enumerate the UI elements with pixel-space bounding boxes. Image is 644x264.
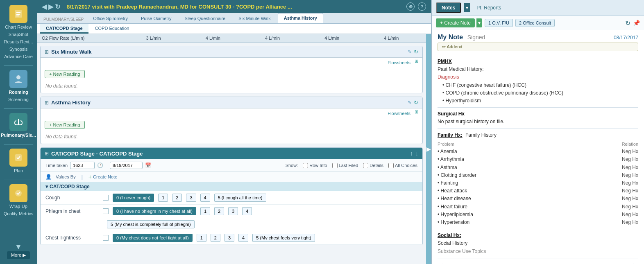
tab-six-minute-walk[interactable]: Six Minute Walk [232, 14, 277, 23]
results-label[interactable]: Results Revi... [4, 39, 33, 44]
refresh-icon-smw[interactable]: ↻ [414, 49, 418, 55]
note-type-1[interactable]: 1 O.V. F/U [485, 19, 513, 27]
advance-care-label[interactable]: Advance Care [4, 54, 33, 59]
subtab-cat-copd[interactable]: CAT/COPD Stage [40, 24, 88, 34]
rooming-icon[interactable] [9, 70, 27, 88]
note-date: 08/17/2017 [614, 35, 638, 41]
chest-tightness-checkbox[interactable] [103, 235, 109, 241]
cough-val-4[interactable]: 4 [200, 194, 210, 202]
values-by-label[interactable]: Values By [56, 174, 76, 179]
family-row-6: • Heart diseaseNeg Hx [438, 195, 638, 203]
create-note-btn[interactable]: + Create Note [88, 174, 118, 180]
tab-pulse-oximetry[interactable]: Pulse Oximetry [135, 14, 178, 23]
addend-btn[interactable]: ✏ Addend [438, 43, 638, 51]
cough-val-2[interactable]: 2 [172, 194, 182, 202]
phlegm-val-3[interactable]: 3 [228, 207, 238, 215]
scroll-right-btn[interactable]: ▶ [633, 261, 638, 264]
chest-val-5[interactable]: 5 (My chest feels very tight) [252, 234, 315, 242]
pin-btn[interactable]: 📌 [633, 20, 640, 26]
create-note-dropdown[interactable]: ▾ [476, 18, 482, 27]
notes-tab[interactable]: Notes [436, 2, 461, 13]
chart-review-label[interactable]: Chart Review [5, 25, 32, 29]
date-group: 📅 [110, 162, 151, 169]
family-history-label: Family History [465, 132, 497, 138]
show-options: Show: Row Info Last Filed Details [286, 163, 417, 168]
measure-col2: 4 L/min [183, 36, 243, 41]
note-type-2[interactable]: 2 Office Consult [515, 19, 555, 27]
help-icon[interactable]: ? [418, 2, 426, 11]
flowsheets-link-smw[interactable]: Flowsheets [383, 59, 415, 67]
header-icons: ⊕ ? [406, 2, 426, 11]
details-checkbox[interactable] [363, 163, 368, 168]
wrapup-label[interactable]: Wrap-Up [9, 204, 27, 209]
chest-val-4[interactable]: 4 [238, 234, 248, 242]
cat-up-arrow[interactable]: ↑ [410, 150, 413, 157]
cough-val-1[interactable]: 1 [158, 194, 168, 202]
scroll-left-btn[interactable]: ◀ [438, 261, 442, 264]
pt-reports-tab[interactable]: Pt. Reports [473, 3, 504, 12]
flowsheets-icon-smw[interactable]: ⊞ [415, 59, 418, 67]
date-input[interactable] [110, 162, 143, 169]
synopsis-label[interactable]: Synopsis [9, 47, 28, 52]
tab-office-spirometry[interactable]: Office Spirometry [87, 14, 134, 23]
cough-checkbox[interactable] [103, 195, 109, 201]
new-reading-btn-smw[interactable]: + New Reading [45, 70, 85, 78]
quality-label[interactable]: Quality Metrics [4, 211, 34, 216]
snapshot-label[interactable]: SnapShot [9, 32, 28, 37]
row-info-checkbox-group[interactable]: Row Info [303, 163, 327, 168]
surgical-hx-title: Surgical Hx [438, 111, 465, 117]
create-note-big-btn[interactable]: + Create Note [436, 18, 475, 27]
new-reading-btn-asthma[interactable]: + New Reading [45, 121, 85, 129]
family-row-0: • AnemiaNeg Hx [438, 148, 638, 156]
phlegm-val-1[interactable]: 1 [200, 207, 210, 215]
screening-label[interactable]: Screening [8, 97, 29, 102]
phlegm-val-0[interactable]: 0 (I have no phlegm in my chest at all) [113, 207, 196, 215]
rooming-label[interactable]: Rooming [9, 90, 28, 95]
chest-val-3[interactable]: 3 [224, 234, 234, 242]
sidebar-collapse-icon[interactable]: ▼ [15, 243, 22, 251]
collapse-arrow[interactable]: ▾ [45, 184, 48, 190]
tab-asthma-history[interactable]: Asthma History [278, 13, 323, 23]
subtab-copd-education[interactable]: COPD Education [89, 24, 135, 34]
phlegm-extra-label[interactable]: 5 (My chest is completely full of phlegm… [107, 220, 195, 228]
wrapup-icon[interactable] [9, 184, 27, 202]
notes-dropdown[interactable]: ▾ [464, 3, 470, 12]
back-arrow[interactable]: ◀ [42, 3, 47, 11]
refresh-icon-asthma[interactable]: ↻ [414, 99, 418, 106]
pmhx-section: PMHX Past Medical History: Diagnosis • C… [438, 58, 638, 105]
tab-sleep-questionnaire[interactable]: Sleep Questionnaire [179, 14, 232, 23]
pulmonary-icon[interactable] [9, 113, 27, 131]
cough-val-5[interactable]: 5 (I cough all the time) [214, 194, 266, 202]
plan-label[interactable]: Plan [14, 168, 23, 173]
all-choices-checkbox-group[interactable]: All Choices [388, 163, 417, 168]
flowsheets-link-asthma[interactable]: Flowsheets [383, 109, 415, 117]
edit-icon-asthma[interactable]: ✎ [408, 100, 411, 105]
cat-down-arrow[interactable]: ↓ [415, 150, 418, 157]
chest-val-2[interactable]: 2 [211, 234, 220, 242]
chest-val-0[interactable]: 0 (My chest does not feel tight at all) [113, 234, 193, 242]
chest-val-1[interactable]: 1 [197, 234, 206, 242]
cough-val-0[interactable]: 0 (I never cough) [113, 194, 154, 202]
refresh-arrow[interactable]: ↻ [55, 3, 60, 11]
separator-2 [438, 129, 638, 129]
phlegm-checkbox[interactable] [103, 208, 109, 214]
last-filed-checkbox[interactable] [332, 163, 338, 168]
refresh-btn[interactable]: ↻ [625, 19, 630, 27]
chart-review-icon[interactable] [9, 5, 27, 23]
more-button[interactable]: More ▶ [7, 251, 30, 259]
edit-icon-smw[interactable]: ✎ [408, 49, 411, 54]
all-choices-checkbox[interactable] [388, 163, 394, 168]
collapse-button[interactable]: ▶ [426, 34, 431, 264]
plan-icon[interactable] [9, 149, 27, 167]
pulmonary-label[interactable]: Pulmonary/Sle... [1, 133, 36, 138]
cough-val-3[interactable]: 3 [186, 194, 196, 202]
phlegm-val-4[interactable]: 4 [242, 207, 252, 215]
time-taken-input[interactable] [70, 162, 95, 169]
phlegm-val-2[interactable]: 2 [214, 207, 224, 215]
row-info-checkbox[interactable] [303, 163, 308, 168]
expand-icon[interactable]: ⊕ [406, 2, 415, 11]
details-checkbox-group[interactable]: Details [363, 163, 383, 168]
forward-arrow[interactable]: ▶ [48, 3, 53, 11]
last-filed-checkbox-group[interactable]: Last Filed [332, 163, 358, 168]
flowsheets-icon-asthma[interactable]: ⊞ [415, 109, 418, 117]
